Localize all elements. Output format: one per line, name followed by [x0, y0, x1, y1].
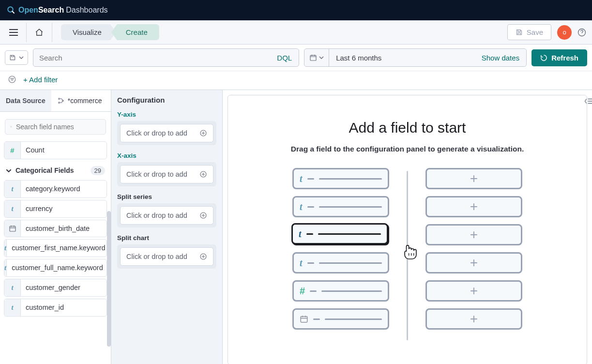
diagram-drop-box: + — [425, 308, 522, 330]
date-quick-button[interactable] — [304, 49, 329, 66]
x-axis-label: X-axis — [117, 152, 216, 159]
datasource-label: Data Source — [0, 90, 51, 111]
crumb-create[interactable]: Create — [111, 24, 159, 40]
filter-bar: + Add filter — [0, 71, 592, 90]
divider — [52, 23, 52, 42]
drop-label: Click or drop to add — [126, 129, 187, 137]
search-box: DQL — [33, 48, 299, 67]
field-search-input[interactable] — [16, 123, 101, 131]
field-label: customer_full_name.keyword — [7, 259, 108, 276]
diagram-drop-box: + — [425, 196, 522, 217]
refresh-label: Refresh — [551, 54, 578, 62]
logo-dash: Dashboards — [66, 6, 107, 14]
split-series-dropzone[interactable]: Click or drop to add — [117, 203, 216, 228]
text-icon: t — [4, 181, 21, 197]
split-chart-label: Split chart — [117, 234, 216, 242]
grab-cursor-icon — [402, 242, 419, 260]
logo-search: Search — [38, 6, 64, 14]
split-series-label: Split series — [117, 193, 216, 200]
text-icon: t — [300, 258, 303, 269]
field-list: tcategory.keywordtcurrencycustomer_birth… — [0, 178, 111, 318]
svg-point-5 — [58, 102, 60, 104]
config-title: Configuration — [117, 96, 216, 104]
diagram-field-box: # — [292, 280, 389, 302]
dql-toggle[interactable]: DQL — [270, 54, 299, 62]
plus-icon: + — [470, 199, 478, 214]
chevron-down-icon — [6, 169, 12, 172]
diagram-field-box: t — [292, 252, 389, 273]
filter-settings-button[interactable] — [7, 74, 17, 85]
save-button[interactable]: Save — [507, 24, 551, 40]
logo: OpenSearchDashboards — [7, 6, 108, 15]
svg-rect-8 — [10, 226, 15, 231]
svg-point-7 — [11, 126, 12, 127]
logo-icon — [7, 6, 15, 15]
help-icon[interactable] — [577, 28, 586, 37]
plus-icon: + — [470, 255, 478, 271]
plus-circle-icon — [199, 129, 207, 137]
svg-rect-13 — [301, 317, 307, 322]
menu-button[interactable] — [6, 25, 21, 40]
avatar[interactable]: o — [557, 25, 572, 40]
logo-open: Open — [18, 6, 38, 14]
field-label: currency — [21, 200, 106, 217]
plus-icon: + — [470, 171, 478, 186]
field-item[interactable]: tcurrency — [4, 200, 107, 218]
main: Data Source *commerce # Count Categorica… — [0, 90, 592, 364]
scrollbar[interactable] — [107, 211, 111, 347]
chevron-down-icon — [319, 56, 324, 59]
split-chart-dropzone[interactable]: Click or drop to add — [117, 244, 216, 269]
y-axis-label: Y-axis — [117, 111, 216, 118]
field-label: category.keyword — [21, 181, 106, 197]
field-item[interactable]: tcustomer_first_name.keyword — [4, 239, 107, 257]
number-icon: # — [10, 146, 14, 154]
save-label: Save — [527, 28, 543, 36]
categorical-header[interactable]: Categorical Fields 29 — [0, 161, 111, 178]
diagram-field-box-active: t — [291, 223, 388, 244]
field-label: customer_birth_date — [21, 220, 106, 237]
search-icon — [10, 123, 12, 130]
text-icon: t — [299, 228, 302, 240]
diagram-field-box: t — [292, 196, 389, 217]
toolbar: Visualize Create Save o — [0, 20, 592, 45]
home-button[interactable] — [31, 25, 47, 40]
refresh-button[interactable]: Refresh — [531, 49, 587, 66]
field-item[interactable]: tcustomer_gender — [4, 279, 107, 297]
canvas-title: Add a field to start — [257, 120, 558, 136]
field-item[interactable]: tcategory.keyword — [4, 180, 107, 198]
saved-queries-button[interactable] — [5, 50, 28, 65]
collapse-button[interactable] — [584, 98, 592, 105]
search-input[interactable] — [33, 54, 270, 62]
drop-label: Click or drop to add — [126, 170, 187, 178]
show-dates-link[interactable]: Show dates — [475, 54, 526, 62]
field-item[interactable]: tcustomer_full_name.keyword — [4, 259, 107, 277]
datasource-select[interactable]: *commerce — [51, 90, 111, 111]
crumb-visualize[interactable]: Visualize — [61, 24, 116, 40]
field-label: customer_first_name.keyword — [7, 240, 110, 257]
text-icon: t — [4, 299, 21, 316]
index-icon — [57, 97, 65, 105]
plus-circle-icon — [199, 253, 207, 260]
calendar-icon — [309, 54, 317, 61]
field-item[interactable]: customer_birth_date — [4, 220, 107, 238]
date-picker: Last 6 months Show dates — [304, 48, 527, 67]
y-axis-dropzone[interactable]: Click or drop to add — [117, 121, 216, 145]
diagram-field-box — [292, 308, 389, 330]
plus-circle-icon — [199, 212, 207, 219]
svg-rect-2 — [310, 55, 316, 61]
diagram-separator — [407, 171, 408, 340]
x-axis-dropzone[interactable]: Click or drop to add — [117, 162, 216, 186]
plus-icon: + — [470, 227, 478, 243]
text-icon: t — [4, 279, 21, 296]
categorical-label: Categorical Fields — [15, 167, 87, 174]
field-count[interactable]: # Count — [4, 141, 107, 159]
diagram-source-col: t t t t # — [292, 168, 389, 330]
calendar-icon — [4, 220, 21, 237]
canvas: Add a field to start Drag a field to the… — [228, 95, 587, 364]
svg-point-4 — [58, 98, 60, 100]
field-item[interactable]: tcustomer_id — [4, 299, 107, 317]
field-label: customer_id — [21, 299, 106, 316]
date-label[interactable]: Last 6 months — [329, 54, 475, 62]
query-bar: DQL Last 6 months Show dates Refresh — [0, 45, 592, 71]
add-filter-link[interactable]: + Add filter — [23, 76, 58, 84]
